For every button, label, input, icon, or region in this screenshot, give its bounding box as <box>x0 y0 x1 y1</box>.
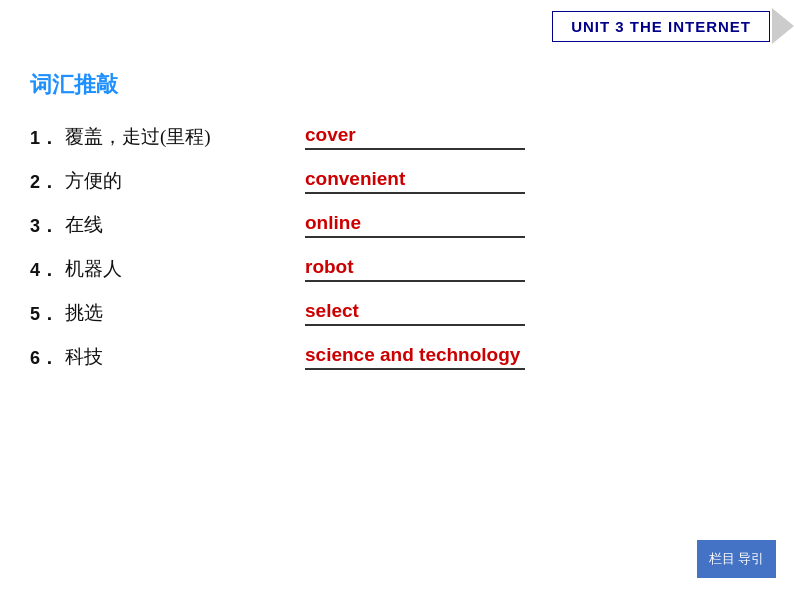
vocab-answer: science and technology <box>305 344 525 370</box>
header: UNIT 3 THE INTERNET <box>552 8 794 44</box>
main-content: 词汇推敲 1．覆盖，走过(里程)cover2．方便的convenient3．在线… <box>30 70 764 388</box>
vocab-answer: convenient <box>305 168 525 194</box>
vocab-chinese: 覆盖，走过(里程) <box>65 124 265 150</box>
vocab-number: 3． <box>30 214 65 238</box>
vocab-number: 2． <box>30 170 65 194</box>
vocab-answer-wrap: convenient <box>305 168 565 194</box>
vocab-chinese: 在线 <box>65 212 265 238</box>
arrow-icon <box>772 8 794 44</box>
vocab-number: 6． <box>30 346 65 370</box>
vocab-chinese: 挑选 <box>65 300 265 326</box>
vocab-answer: robot <box>305 256 525 282</box>
vocab-answer-wrap: online <box>305 212 565 238</box>
section-title: 词汇推敲 <box>30 70 764 100</box>
nav-button[interactable]: 栏目 导引 <box>697 540 776 578</box>
vocab-item: 1．覆盖，走过(里程)cover <box>30 124 764 150</box>
vocab-item: 2．方便的convenient <box>30 168 764 194</box>
vocab-chinese: 机器人 <box>65 256 265 282</box>
vocab-item: 4．机器人robot <box>30 256 764 282</box>
vocab-answer-wrap: cover <box>305 124 565 150</box>
vocab-number: 5． <box>30 302 65 326</box>
vocab-answer-wrap: select <box>305 300 565 326</box>
unit-title: UNIT 3 THE INTERNET <box>552 11 770 42</box>
vocab-number: 4． <box>30 258 65 282</box>
vocab-answer-wrap: science and technology <box>305 344 565 370</box>
vocab-answer-wrap: robot <box>305 256 565 282</box>
vocab-number: 1． <box>30 126 65 150</box>
vocab-item: 3．在线online <box>30 212 764 238</box>
vocab-chinese: 方便的 <box>65 168 265 194</box>
vocab-list: 1．覆盖，走过(里程)cover2．方便的convenient3．在线onlin… <box>30 124 764 388</box>
vocab-chinese: 科技 <box>65 344 265 370</box>
vocab-answer: online <box>305 212 525 238</box>
vocab-answer: select <box>305 300 525 326</box>
vocab-item: 5．挑选select <box>30 300 764 326</box>
vocab-item: 6．科技science and technology <box>30 344 764 370</box>
vocab-answer: cover <box>305 124 525 150</box>
